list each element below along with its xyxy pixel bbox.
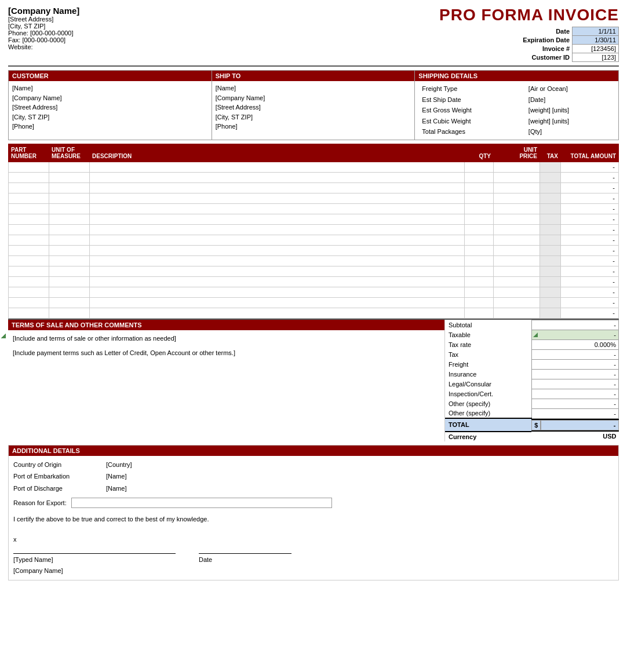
item-price-10: [494, 266, 540, 276]
item-desc-2: [90, 182, 465, 193]
item-desc-11: [90, 276, 465, 287]
col-part-number: PARTNUMBER: [9, 144, 49, 162]
col-description: DESCRIPTION: [90, 144, 465, 162]
item-total-0: -: [561, 162, 619, 172]
additional-grid: Country of Origin [Country] Port of Emba…: [13, 459, 614, 494]
item-total-9: -: [561, 255, 619, 266]
item-desc-0: [90, 162, 465, 172]
company-name: [Company Name]: [8, 6, 439, 16]
terms-section: TERMS OF SALE AND OTHER COMMENTS [Includ…: [8, 320, 445, 441]
taxable-value: -: [531, 330, 618, 339]
shipping-header: SHIPPING DETAILS: [415, 71, 618, 81]
customer-id-label: Customer ID: [520, 53, 572, 62]
item-desc-1: [90, 172, 465, 182]
item-price-6: [494, 224, 540, 235]
item-unit-13: [49, 297, 90, 308]
sig-line-right: x Date: [199, 534, 291, 576]
date-value: 1/1/11: [573, 27, 619, 36]
cert-text: I certify the above to be true and corre…: [13, 514, 614, 525]
embark-value: [Name]: [106, 471, 614, 482]
customer-phone: [Phone]: [12, 122, 208, 132]
gross-weight-value: [weight] [units]: [525, 105, 615, 116]
item-total-1: -: [561, 172, 619, 182]
item-unit-6: [49, 224, 90, 235]
shipto-street: [Street Address]: [216, 103, 411, 112]
item-desc-13: [90, 297, 465, 308]
item-total-7: -: [561, 235, 619, 245]
item-qty-0: [465, 162, 494, 172]
subtotal-value: -: [531, 320, 618, 330]
item-desc-8: [90, 245, 465, 255]
item-total-10: -: [561, 266, 619, 276]
reason-input[interactable]: [71, 498, 332, 508]
item-unit-12: [49, 287, 90, 297]
origin-label: Country of Origin: [13, 459, 106, 470]
item-total-8: -: [561, 245, 619, 255]
item-tax-8: [540, 245, 561, 255]
item-desc-6: [90, 224, 465, 235]
total-label: TOTAL: [445, 418, 531, 432]
item-qty-14: [465, 308, 494, 318]
customer-name: [Name]: [12, 83, 208, 93]
customer-col: CUSTOMER [Name] [Company Name] [Street A…: [9, 71, 212, 140]
item-part-10: [9, 266, 49, 276]
item-tax-0: [540, 162, 561, 172]
items-table: PARTNUMBER UNIT OFMEASURE DESCRIPTION QT…: [8, 144, 619, 319]
ship-date-label: Est Ship Date: [418, 94, 525, 105]
legal-label: Legal/Consular: [445, 379, 531, 389]
insurance-label: Insurance: [445, 369, 531, 379]
shipto-company: [Company Name]: [216, 93, 411, 103]
invoice-label: Invoice #: [520, 45, 572, 53]
item-qty-5: [465, 214, 494, 224]
shipto-body: [Name] [Company Name] [Street Address] […: [212, 81, 415, 134]
item-price-9: [494, 255, 540, 266]
item-total-14: -: [561, 308, 619, 318]
freight-value: [Air or Ocean]: [525, 83, 615, 94]
item-tax-13: [540, 297, 561, 308]
item-price-3: [494, 193, 540, 203]
item-unit-4: [49, 203, 90, 214]
item-unit-9: [49, 255, 90, 266]
item-price-0: [494, 162, 540, 172]
item-qty-6: [465, 224, 494, 235]
item-tax-1: [540, 172, 561, 182]
freight-value: -: [531, 359, 618, 369]
expiration-value: 1/30/11: [573, 36, 619, 45]
item-total-11: -: [561, 276, 619, 287]
shipping-table: Freight Type [Air or Ocean] Est Ship Dat…: [418, 83, 615, 137]
reason-label: Reason for Export:: [13, 498, 67, 509]
customer-city: [City, ST ZIP]: [12, 112, 208, 122]
item-tax-9: [540, 255, 561, 266]
date-underline: [199, 546, 291, 554]
customer-header: CUSTOMER: [9, 71, 212, 81]
shipto-phone: [Phone]: [216, 122, 411, 132]
item-price-12: [494, 287, 540, 297]
origin-value: [Country]: [106, 459, 614, 470]
date-label: Date: [520, 27, 572, 36]
sig-date-label: Date: [199, 554, 291, 565]
item-qty-1: [465, 172, 494, 182]
col-qty: QTY: [465, 144, 494, 162]
header-section: [Company Name] [Street Address] [City, S…: [8, 6, 619, 67]
item-price-4: [494, 203, 540, 214]
sig-section: x [Typed Name] [Company Name] x Date: [13, 534, 614, 576]
item-desc-4: [90, 203, 465, 214]
terms-line1: [Include and terms of sale or other info…: [13, 334, 440, 344]
item-desc-10: [90, 266, 465, 276]
customer-body: [Name] [Company Name] [Street Address] […: [9, 81, 212, 134]
fax: Fax: [000-000-0000]: [8, 36, 439, 43]
discharge-value: [Name]: [106, 483, 614, 494]
item-part-7: [9, 235, 49, 245]
item-part-6: [9, 224, 49, 235]
item-qty-3: [465, 193, 494, 203]
item-qty-7: [465, 235, 494, 245]
item-desc-14: [90, 308, 465, 318]
cubic-weight-value: [weight] [units]: [525, 116, 615, 127]
date-table: Date 1/1/11 Expiration Date 1/30/11 Invo…: [520, 27, 619, 62]
additional-section: ADDITIONAL DETAILS Country of Origin [Co…: [8, 445, 619, 581]
terms-header: TERMS OF SALE AND OTHER COMMENTS: [8, 320, 444, 330]
item-tax-11: [540, 276, 561, 287]
item-part-5: [9, 214, 49, 224]
legal-value: -: [531, 379, 618, 389]
item-unit-8: [49, 245, 90, 255]
